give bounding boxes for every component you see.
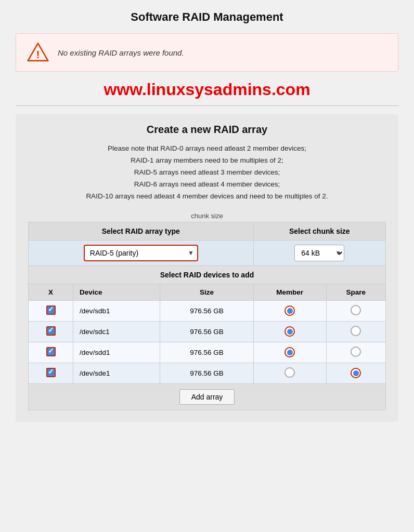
warning-icon: ! — [27, 41, 49, 64]
device-size-1: 976.56 GB — [160, 300, 253, 321]
col-header-x: X — [29, 284, 73, 300]
radio-spare-3[interactable] — [351, 347, 361, 357]
radio-spare-4[interactable] — [351, 368, 361, 378]
devices-header: Select RAID devices to add — [29, 265, 386, 284]
device-size-2: 976.56 GB — [160, 321, 253, 342]
radio-member-4[interactable] — [284, 367, 295, 378]
device-size-4: 976.56 GB — [160, 363, 253, 383]
member-cell-3[interactable] — [253, 342, 326, 363]
device-name-1: /dev/sdb1 — [73, 300, 160, 321]
raid-type-header: Select RAID array type — [29, 222, 254, 240]
alert-box: ! No existing RAID arrays were found. — [16, 33, 398, 72]
info-line-4: RAID-6 arrays need atleast 4 member devi… — [134, 180, 280, 188]
raid-type-select[interactable]: RAID-0 (stripe) RAID-1 (mirror) RAID-5 (… — [84, 245, 198, 261]
col-header-spare: Spare — [326, 284, 385, 300]
member-cell-2[interactable] — [253, 321, 326, 342]
add-array-row: Add array — [29, 383, 386, 410]
checkbox-sdd1[interactable] — [46, 347, 56, 356]
column-headers-row: X Device Size Member Spare — [29, 284, 386, 300]
info-line-3: RAID-5 arrays need atleast 3 member devi… — [134, 168, 280, 176]
spare-cell-2[interactable] — [326, 321, 385, 342]
checkbox-cell-4[interactable] — [29, 363, 73, 383]
page-container: Software RAID Management ! No existing R… — [0, 0, 414, 532]
radio-member-3[interactable] — [284, 347, 295, 357]
member-cell-1[interactable] — [253, 300, 326, 321]
spare-cell-4[interactable] — [326, 363, 385, 383]
col-header-size: Size — [160, 284, 253, 300]
info-text: Please note that RAID-0 arrays need atle… — [28, 143, 386, 203]
svg-text:!: ! — [36, 48, 40, 60]
device-row-1: /dev/sdb1 976.56 GB — [29, 300, 386, 321]
create-raid-section: Create a new RAID array Please note that… — [16, 114, 398, 422]
col-header-device: Device — [73, 284, 160, 300]
watermark-text: www.linuxsysadmins.com — [16, 80, 398, 99]
chunk-size-header: Select chunk size — [253, 222, 385, 240]
radio-member-1[interactable] — [284, 305, 295, 316]
member-cell-4[interactable] — [253, 363, 326, 383]
device-row-4: /dev/sde1 976.56 GB — [29, 363, 386, 383]
section-title: Create a new RAID array — [28, 124, 386, 136]
checkbox-sde1[interactable] — [46, 368, 56, 377]
info-line-2: RAID-1 array members need to be multiple… — [131, 156, 283, 164]
spare-cell-3[interactable] — [326, 342, 385, 363]
device-name-2: /dev/sdc1 — [73, 321, 160, 342]
device-name-3: /dev/sdd1 — [73, 342, 160, 363]
add-array-button[interactable]: Add array — [179, 389, 235, 405]
device-size-3: 976.56 GB — [160, 342, 253, 363]
alert-text: No existing RAID arrays were found. — [58, 48, 184, 57]
checkbox-cell-3[interactable] — [29, 342, 73, 363]
device-row-3: /dev/sdd1 976.56 GB — [29, 342, 386, 363]
device-row-2: /dev/sdc1 976.56 GB — [29, 321, 386, 342]
device-name-4: /dev/sde1 — [73, 363, 160, 383]
chunk-size-wrapper: 64 kB 128 kB 256 kB 512 kB ▼ — [294, 245, 344, 261]
radio-spare-2[interactable] — [351, 326, 361, 336]
checkbox-cell-2[interactable] — [29, 321, 73, 342]
chunk-label: chunk size — [28, 212, 386, 220]
col-header-member: Member — [253, 284, 326, 300]
chunk-size-select[interactable]: 64 kB 128 kB 256 kB 512 kB — [294, 245, 344, 261]
spare-cell-1[interactable] — [326, 300, 385, 321]
raid-type-select-wrapper: RAID-0 (stripe) RAID-1 (mirror) RAID-5 (… — [84, 245, 198, 261]
checkbox-sdc1[interactable] — [46, 326, 56, 336]
divider — [16, 105, 398, 106]
checkbox-cell-1[interactable] — [29, 300, 73, 321]
page-title: Software RAID Management — [16, 10, 398, 24]
info-line-5: RAID-10 arrays need atleast 4 member dev… — [86, 192, 328, 200]
radio-spare-1[interactable] — [351, 305, 361, 315]
info-line-1: Please note that RAID-0 arrays need atle… — [108, 144, 306, 152]
radio-member-2[interactable] — [284, 326, 295, 337]
checkbox-sdb1[interactable] — [46, 305, 56, 315]
raid-config-table: Select RAID array type Select chunk size… — [28, 222, 386, 410]
